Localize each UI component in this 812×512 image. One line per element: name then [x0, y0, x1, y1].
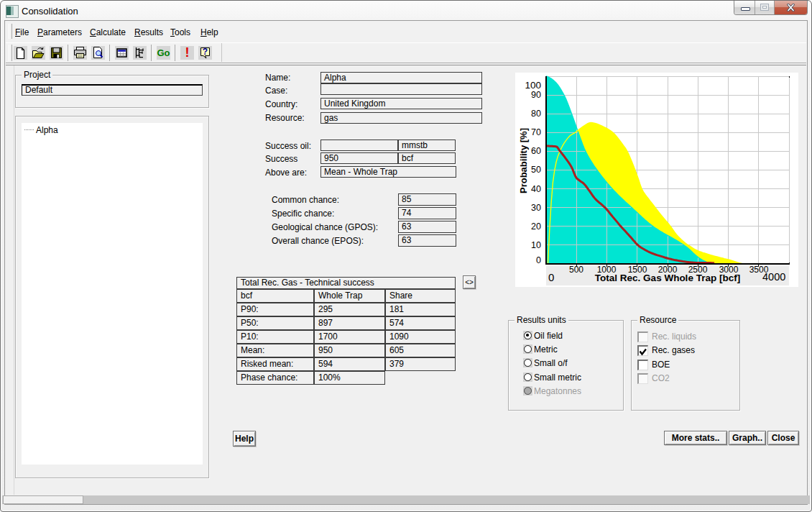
- svg-text:?: ?: [203, 47, 208, 57]
